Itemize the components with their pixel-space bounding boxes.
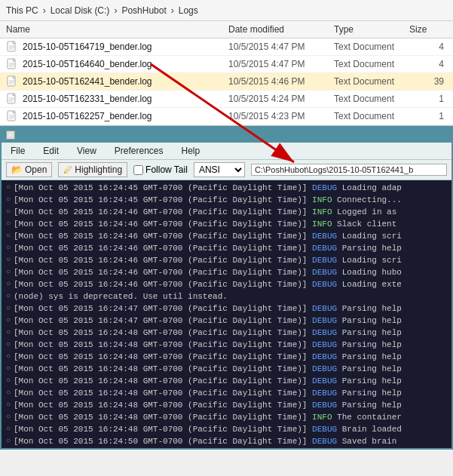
log-line: ○ [Mon Oct 05 2015 16:24:46 GMT-0700 (Pa… — [2, 206, 451, 218]
table-row[interactable]: 2015-10-05T164719_bender.log 10/5/2015 4… — [0, 38, 453, 56]
menu-item-help[interactable]: Help — [179, 144, 204, 158]
file-name: 2015-10-05T164640_bender.log — [23, 59, 152, 69]
ansi-select[interactable]: ANSINoneCustom — [194, 162, 245, 177]
log-text: [Mon Oct 05 2015 16:24:47 GMT-0700 (Paci… — [14, 315, 450, 327]
filepath-display: C:\PoshHubot\Logs\2015-10-05T162441_b — [251, 164, 447, 176]
log-bullet: ○ — [3, 327, 14, 339]
title-bar-button[interactable]: + — [6, 131, 15, 140]
log-text: [Mon Oct 05 2015 16:24:46 GMT-0700 (Paci… — [14, 206, 450, 218]
file-size: 39 — [409, 76, 447, 87]
file-date: 10/5/2015 4:46 PM — [228, 76, 334, 87]
log-line: ○ [Mon Oct 05 2015 16:24:46 GMT-0700 (Pa… — [2, 266, 451, 278]
log-line: ○ [Mon Oct 05 2015 16:24:48 GMT-0700 (Pa… — [2, 399, 451, 411]
follow-tail-checkbox[interactable] — [133, 165, 143, 175]
file-explorer: This PC › Local Disk (C:) › PoshHubot › … — [0, 0, 453, 126]
log-content[interactable]: ○ [Mon Oct 05 2015 16:24:45 GMT-0700 (Pa… — [2, 180, 451, 448]
log-bullet: ○ — [3, 218, 14, 230]
col-name[interactable]: Name — [6, 24, 228, 35]
file-date: 10/5/2015 4:47 PM — [228, 41, 334, 52]
file-icon — [6, 93, 18, 105]
log-text: [Mon Oct 05 2015 16:24:46 GMT-0700 (Paci… — [14, 254, 450, 266]
log-title-bar: + — [2, 127, 451, 143]
breadcrumb-logs[interactable]: Logs — [179, 5, 198, 16]
log-text: [Mon Oct 05 2015 16:24:46 GMT-0700 (Paci… — [14, 230, 450, 242]
log-line: ○ [Mon Oct 05 2015 16:24:48 GMT-0700 (Pa… — [2, 411, 451, 423]
log-line: ○ [Mon Oct 05 2015 16:24:47 GMT-0700 (Pa… — [2, 302, 451, 315]
menu-item-view[interactable]: View — [74, 144, 99, 158]
table-row[interactable]: 2015-10-05T162441_bender.log 10/5/2015 4… — [0, 73, 453, 91]
log-bullet: ○ — [3, 278, 14, 290]
menu-item-preferences[interactable]: Preferences — [112, 144, 167, 158]
breadcrumb-this-pc[interactable]: This PC — [6, 5, 38, 16]
file-type: Text Document — [334, 59, 409, 69]
log-bullet: ○ — [3, 194, 14, 206]
log-line: ○ [Mon Oct 05 2015 16:24:46 GMT-0700 (Pa… — [2, 278, 451, 290]
file-type: Text Document — [334, 76, 409, 87]
follow-tail-checkbox-label[interactable]: Follow Tail — [133, 164, 188, 175]
log-text: (node) sys is deprecated. Use util inste… — [14, 290, 450, 302]
log-line: ○ [Mon Oct 05 2015 16:24:48 GMT-0700 (Pa… — [2, 327, 451, 339]
log-toolbar: 📂 Open 🖊 Highlighting Follow Tail ANSINo… — [2, 160, 451, 180]
log-line: ○ [Mon Oct 05 2015 16:24:48 GMT-0700 (Pa… — [2, 339, 451, 351]
log-text: [Mon Oct 05 2015 16:24:48 GMT-0700 (Paci… — [14, 375, 450, 387]
file-icon — [6, 58, 18, 70]
log-line: ○ [Mon Oct 05 2015 16:24:46 GMT-0700 (Pa… — [2, 230, 451, 242]
highlighting-label: Highlighting — [75, 164, 122, 175]
table-row[interactable]: 2015-10-05T164640_bender.log 10/5/2015 4… — [0, 56, 453, 73]
log-bullet: ○ — [3, 242, 14, 254]
highlighting-button[interactable]: 🖊 Highlighting — [58, 162, 127, 177]
log-line: ○ [Mon Oct 05 2015 16:24:48 GMT-0700 (Pa… — [2, 387, 451, 399]
file-type: Text Document — [334, 111, 409, 121]
log-text: [Mon Oct 05 2015 16:24:48 GMT-0700 (Paci… — [14, 339, 450, 351]
file-size: 4 — [409, 59, 447, 69]
menu-item-file[interactable]: File — [8, 144, 28, 158]
file-icon — [6, 41, 18, 53]
folder-icon: 📂 — [11, 164, 23, 175]
follow-tail-label: Follow Tail — [145, 164, 188, 175]
log-text: [Mon Oct 05 2015 16:24:46 GMT-0700 (Paci… — [14, 266, 450, 278]
column-headers: Name Date modified Type Size — [0, 21, 453, 38]
file-size: 1 — [409, 94, 447, 104]
table-row[interactable]: 2015-10-05T162257_bender.log 10/5/2015 4… — [0, 108, 453, 125]
log-bullet: ○ — [3, 315, 14, 327]
breadcrumb-poshhubot[interactable]: PoshHubot — [121, 5, 166, 16]
log-bullet: ○ — [3, 182, 14, 194]
log-line: ○ [Mon Oct 05 2015 16:24:46 GMT-0700 (Pa… — [2, 218, 451, 230]
log-line: ○ [Mon Oct 05 2015 16:24:45 GMT-0700 (Pa… — [2, 194, 451, 206]
table-row[interactable]: 2015-10-05T162331_bender.log 10/5/2015 4… — [0, 91, 453, 108]
file-size: 4 — [409, 41, 447, 52]
log-line: ○ [Mon Oct 05 2015 16:24:45 GMT-0700 (Pa… — [2, 182, 451, 194]
log-bullet: ○ — [3, 302, 14, 315]
breadcrumb[interactable]: This PC › Local Disk (C:) › PoshHubot › … — [0, 0, 453, 21]
file-name-cell: 2015-10-05T164719_bender.log — [6, 41, 228, 53]
log-bullet: ○ — [3, 411, 14, 423]
file-icon — [6, 75, 18, 88]
log-bullet: ○ — [3, 230, 14, 242]
log-bullet: ○ — [3, 435, 14, 447]
file-date: 10/5/2015 4:24 PM — [228, 94, 334, 104]
open-button[interactable]: 📂 Open — [6, 162, 52, 177]
log-bullet: ○ — [3, 375, 14, 387]
log-line: ○ [Mon Oct 05 2015 16:24:48 GMT-0700 (Pa… — [2, 363, 451, 375]
log-bullet: ○ — [3, 290, 14, 302]
log-text: [Mon Oct 05 2015 16:24:45 GMT-0700 (Paci… — [14, 194, 450, 206]
log-line: ○ [Mon Oct 05 2015 16:24:46 GMT-0700 (Pa… — [2, 242, 451, 254]
log-line: ○ [Mon Oct 05 2015 16:24:55 GMT-0700 (Pa… — [2, 447, 451, 448]
col-type[interactable]: Type — [334, 24, 409, 35]
log-viewer-window: + FileEditViewPreferencesHelp 📂 Open 🖊 H… — [0, 126, 453, 450]
log-text: [Mon Oct 05 2015 16:24:46 GMT-0700 (Paci… — [14, 242, 450, 254]
log-text: [Mon Oct 05 2015 16:24:48 GMT-0700 (Paci… — [14, 363, 450, 375]
log-bullet: ○ — [3, 351, 14, 363]
log-bullet: ○ — [3, 254, 14, 266]
col-size[interactable]: Size — [409, 24, 447, 35]
log-line: ○ [Mon Oct 05 2015 16:24:47 GMT-0700 (Pa… — [2, 315, 451, 327]
log-text: [Mon Oct 05 2015 16:24:46 GMT-0700 (Paci… — [14, 278, 450, 290]
log-text: [Mon Oct 05 2015 16:24:48 GMT-0700 (Paci… — [14, 351, 450, 363]
log-bullet: ○ — [3, 423, 14, 435]
breadcrumb-local-disk[interactable]: Local Disk (C:) — [51, 5, 110, 16]
log-bullet: ○ — [3, 363, 14, 375]
col-date[interactable]: Date modified — [228, 24, 334, 35]
log-text: [Mon Oct 05 2015 16:24:50 GMT-0700 (Paci… — [14, 435, 450, 447]
menu-item-edit[interactable]: Edit — [40, 144, 62, 158]
log-bullet: ○ — [3, 387, 14, 399]
